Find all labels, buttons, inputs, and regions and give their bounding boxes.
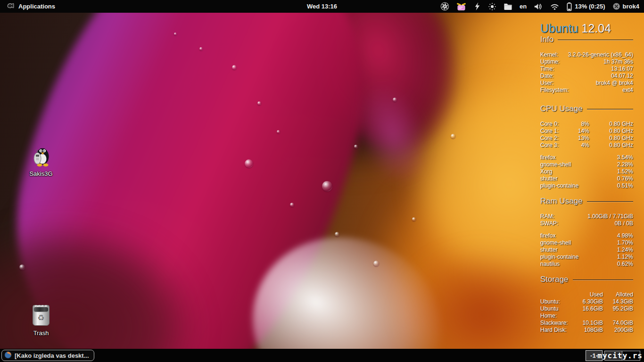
storage-row: Slackware:10.1GiB74.0GiB bbox=[540, 320, 633, 327]
distro-version: 12.04 bbox=[582, 22, 611, 35]
storage-row: Ubuntu Home:16.6GiB95.2GiB bbox=[540, 305, 633, 320]
cpu-core-row: Core 3:4%0.80 GHz bbox=[540, 142, 633, 149]
water-droplet bbox=[232, 65, 237, 70]
water-droplet bbox=[451, 134, 455, 139]
water-droplet bbox=[393, 98, 397, 102]
wifi-icon[interactable] bbox=[550, 0, 559, 13]
wallpaper-petal bbox=[301, 0, 479, 167]
firefox-window-icon bbox=[4, 351, 12, 360]
user-menu[interactable]: brok4 bbox=[612, 0, 639, 13]
lightning-icon[interactable] bbox=[473, 0, 481, 13]
ram-process-row: firefox4.98% bbox=[540, 232, 633, 239]
cpu-process-row: gnome-shell2.28% bbox=[540, 161, 633, 168]
ram-row: SWAP:0B / 0B bbox=[540, 220, 633, 227]
water-droplet bbox=[373, 261, 379, 266]
water-droplet bbox=[412, 217, 416, 221]
window-list-label: [Kako izgleda vas deskt... bbox=[15, 352, 89, 359]
water-droplet bbox=[199, 47, 203, 50]
info-row: Uptime:1h 37m 36s bbox=[540, 58, 633, 66]
info-row: Time:13:16:07 bbox=[540, 66, 633, 73]
top-panel: Applications Wed 13:16 bbox=[0, 0, 644, 13]
ram-process-row: shutter1.24% bbox=[540, 247, 633, 254]
ram-process-row: plugin-containe1.12% bbox=[540, 254, 633, 261]
distro-logo-icon bbox=[6, 1, 15, 12]
shutter-icon[interactable] bbox=[440, 0, 449, 13]
storage-header-row: UsedAlloted bbox=[540, 291, 633, 298]
bottom-panel: [Kako izgleda vas deskt... -1- bbox=[0, 349, 644, 362]
water-droplet bbox=[335, 232, 339, 237]
wallpaper-layer bbox=[245, 0, 463, 166]
battery-indicator[interactable]: 13% (0:25) bbox=[566, 0, 605, 13]
water-droplet bbox=[277, 130, 280, 133]
username-label: brok4 bbox=[623, 3, 639, 10]
system-tray: en bbox=[440, 0, 639, 13]
gift-indicator-icon[interactable] bbox=[456, 0, 466, 13]
applications-menu[interactable]: Applications bbox=[4, 0, 57, 13]
battery-label: 13% (0:25) bbox=[575, 3, 605, 10]
keyboard-layout-indicator[interactable]: en bbox=[520, 0, 527, 13]
info-row: Date:04.07.12 bbox=[540, 73, 633, 80]
water-droplet bbox=[174, 33, 177, 35]
cpu-core-row: Core 2:13%0.80 GHz bbox=[540, 135, 633, 142]
section-header-ram: Ram Usage bbox=[540, 197, 633, 206]
water-droplet bbox=[354, 145, 358, 148]
ram-process-row: nautilus0.62% bbox=[540, 261, 633, 268]
water-droplet bbox=[257, 101, 261, 105]
info-row: Kernel:3.2.0-26-generic (x86_64) bbox=[540, 51, 633, 58]
water-droplet bbox=[322, 181, 332, 191]
trash-icon: ♻ bbox=[29, 304, 53, 327]
volume-icon[interactable] bbox=[534, 0, 543, 13]
cpu-core-row: Core 1:14%0.80 GHz bbox=[540, 128, 633, 135]
info-row: User:brok4 @ brok4 bbox=[540, 80, 633, 87]
desktop-icon-label: Sakis3G bbox=[21, 170, 61, 177]
storage-row: Hard Disk:108GiB200GiB bbox=[540, 327, 633, 334]
cpu-process-row: plugin-containe0.51% bbox=[540, 182, 633, 189]
wallpaper-layer bbox=[0, 228, 193, 362]
wallpaper-layer bbox=[13, 181, 231, 304]
distro-name: Ubuntu bbox=[540, 22, 578, 35]
clock-label: Wed 13:16 bbox=[307, 3, 337, 10]
water-droplet bbox=[19, 264, 25, 270]
water-droplet bbox=[245, 159, 253, 168]
section-header-storage: Storage bbox=[540, 275, 633, 284]
applications-label: Applications bbox=[18, 3, 55, 10]
cpu-core-row: Core 0:8%0.80 GHz bbox=[540, 121, 633, 128]
water-droplet bbox=[290, 203, 294, 207]
section-header-info: Info bbox=[540, 35, 633, 44]
cpu-process-row: Xorg1.52% bbox=[540, 168, 633, 175]
conky-title: Ubuntu 12.04 bbox=[540, 22, 633, 35]
brightness-icon[interactable] bbox=[488, 0, 496, 13]
cpu-process-row: shutter0.76% bbox=[540, 175, 633, 182]
watermark: mycity.rs bbox=[597, 351, 643, 360]
wallpaper-petal-edge bbox=[224, 207, 471, 362]
clock-menu[interactable]: Wed 13:16 bbox=[302, 0, 342, 13]
desktop-icon-trash[interactable]: ♻ Trash bbox=[21, 304, 61, 337]
ram-process-row: gnome-shell1.70% bbox=[540, 239, 633, 247]
section-header-cpu: CPU Usage bbox=[540, 104, 633, 114]
window-list-button[interactable]: [Kako izgleda vas deskt... bbox=[1, 350, 94, 361]
storage-row: Ubuntu:6.30GiB14.3GiB bbox=[540, 298, 633, 305]
user-status-icon bbox=[612, 2, 620, 10]
desktop-icon-sakis3g[interactable]: Sakis3G bbox=[21, 144, 61, 177]
info-row: Filesystem:ext4 bbox=[540, 87, 633, 94]
tux-penguin-icon bbox=[29, 144, 53, 168]
battery-icon bbox=[566, 2, 572, 11]
ram-row: RAM:1.00GiB / 7.71GiB bbox=[540, 213, 633, 220]
conky-widget: Ubuntu 12.04 Info Kernel:3.2.0-26-generi… bbox=[540, 22, 633, 334]
desktop-screen: Applications Wed 13:16 bbox=[0, 0, 644, 362]
cpu-process-row: firefox3.54% bbox=[540, 154, 633, 161]
desktop-icon-label: Trash bbox=[21, 329, 61, 337]
files-icon[interactable] bbox=[504, 0, 512, 13]
wallpaper-petal bbox=[344, 72, 442, 196]
